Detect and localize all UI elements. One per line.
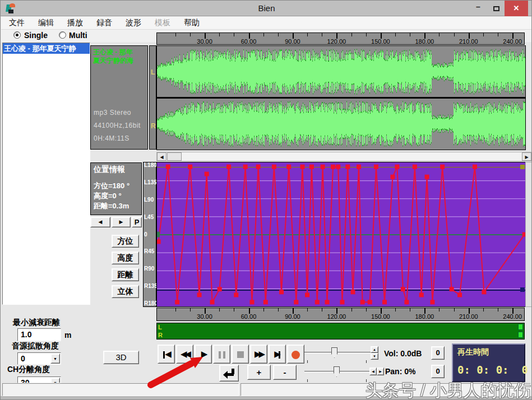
timeline-ruler-top[interactable]: 30.0060.0090.00120.00150.00180.00210.002… — [156, 32, 525, 45]
stereo-button[interactable]: 立体 — [112, 285, 139, 298]
pan-slider[interactable] — [304, 366, 371, 378]
vu-right-level — [518, 332, 523, 338]
min-atten-unit: m — [64, 331, 71, 339]
chevron-down-icon[interactable]: ▼ — [50, 354, 60, 364]
waveform-display[interactable] — [156, 45, 526, 150]
multi-radio[interactable] — [59, 31, 66, 39]
pan-slider-thumb[interactable] — [334, 366, 340, 377]
playlist[interactable]: 王心凌 - 那年夏天宁静 — [2, 43, 90, 305]
track-sample: 44100Hz,16bit — [94, 122, 141, 129]
fast-forward-icon: ▶▶ — [255, 349, 263, 359]
pan-automation-chart[interactable] — [156, 162, 526, 307]
vu-meter: L R — [156, 323, 525, 339]
scroll-right-icon[interactable]: ▶ — [522, 152, 531, 161]
single-radio[interactable] — [13, 31, 21, 39]
min-atten-label: 最小減衰距離 — [13, 318, 60, 328]
height-button[interactable]: 高度 — [112, 252, 139, 264]
status-bar-left — [2, 383, 239, 396]
record-icon — [292, 351, 300, 359]
menu-record[interactable]: 録音 — [96, 18, 112, 28]
diffusion-label: 音源拡散角度 — [12, 341, 59, 351]
playback-time-panel: 再生時間 0: 0: 0: 0 — [452, 343, 525, 382]
menu-template: 模板 — [155, 18, 170, 28]
title-bar[interactable]: Bien – ✕ — [1, 1, 532, 16]
ch-sep-select[interactable]: 30 ▼ — [17, 376, 61, 383]
zoom-out-button[interactable]: - — [273, 365, 297, 380]
track-format: mp3 Stereo — [94, 109, 131, 117]
pan-reset-button[interactable]: 0 — [431, 365, 445, 378]
skip-end-icon: ▶ — [274, 349, 279, 359]
pause-button — [213, 345, 230, 364]
record-button[interactable] — [287, 345, 304, 364]
loop-icon — [223, 368, 236, 379]
maximize-button[interactable] — [488, 1, 504, 16]
menu-bar: 文件 编辑 播放 録音 波形 模板 帮助 — [1, 17, 531, 30]
playback-time-title: 再生時間 — [457, 347, 489, 357]
track-duration: 0H:4M:11S — [94, 134, 129, 142]
pan-right-icon[interactable]: ▶ — [377, 368, 384, 375]
pan-left-icon[interactable]: ◀ — [369, 368, 377, 375]
playback-time-value: 0: 0: 0: 0 — [457, 364, 528, 376]
maximize-icon — [493, 6, 499, 11]
diffusion-select[interactable]: 0 ▼ — [17, 352, 61, 365]
distance-value: 距離=0.3m — [94, 201, 129, 211]
zoom-in-button[interactable]: + — [247, 365, 271, 380]
menu-play[interactable]: 播放 — [67, 18, 83, 28]
pan-axis-labels: L180L135 L90L45 0R45 R90R135 R180 — [143, 162, 156, 307]
menu-waveform[interactable]: 波形 — [126, 18, 141, 28]
distance-button[interactable]: 距離 — [112, 268, 139, 281]
play-button[interactable]: ▶ — [195, 345, 212, 364]
playlist-item[interactable]: 王心凌 - 那年夏天宁静 — [3, 43, 90, 54]
volume-slider-thumb[interactable] — [331, 347, 337, 358]
right-channel-label: R — [151, 122, 156, 130]
height-value: 高度=0 ° — [94, 191, 122, 201]
stop-icon — [237, 351, 244, 358]
pan-readout: Pan: 0% — [385, 367, 415, 376]
play-icon: ▶ — [201, 349, 206, 359]
threed-button[interactable]: 3D — [103, 351, 139, 364]
scroll-left-icon[interactable]: ◀ — [157, 152, 166, 161]
timeline-ruler-bottom[interactable]: 30.0060.0090.00120.00150.00180.00210.002… — [156, 308, 525, 321]
channel-strip: L R — [149, 45, 156, 150]
p-button[interactable]: P — [132, 217, 142, 227]
volume-slider[interactable] — [304, 347, 371, 359]
spinner-down-icon[interactable]: ▼ — [371, 353, 378, 360]
watermark: 头条号 / 小男人的忧伤 — [366, 379, 531, 400]
position-title: 位置情報 — [94, 165, 125, 175]
close-button[interactable]: ✕ — [505, 1, 528, 16]
min-atten-input[interactable]: 1.0 — [17, 328, 61, 341]
scrollbar-thumb[interactable] — [167, 152, 182, 161]
waveform-scrollbar[interactable]: ◀ ▶ — [156, 152, 532, 161]
azimuth-button[interactable]: 方位 — [112, 235, 139, 248]
volume-spinner[interactable]: ▲ ▼ — [371, 346, 378, 360]
pan-nudge[interactable]: ◀ ▶ — [369, 368, 384, 375]
rewind-icon: ◀◀ — [181, 349, 189, 359]
position-info-panel: 位置情報 方位=180 ° 高度=0 ° 距離=0.3m — [90, 162, 142, 215]
minimize-button[interactable]: – — [470, 1, 486, 16]
panner-vscrollbar[interactable] — [525, 162, 532, 307]
volume-reset-button[interactable]: 0 — [431, 346, 445, 360]
vu-left-label: L — [158, 324, 162, 331]
menu-help[interactable]: 帮助 — [184, 18, 200, 28]
app-window: Bien – ✕ 文件 编辑 播放 録音 波形 模板 帮助 Single Mul… — [0, 0, 532, 400]
single-label: Single — [24, 31, 48, 40]
skip-start-button[interactable]: ◀ — [158, 345, 175, 364]
menu-file[interactable]: 文件 — [9, 18, 25, 28]
ch-sep-label: CH分離角度 — [7, 365, 50, 375]
skip-start-icon: ◀ — [165, 349, 169, 359]
menu-edit[interactable]: 编辑 — [38, 18, 54, 28]
loop-button[interactable] — [219, 365, 239, 382]
next-button[interactable]: ▶ — [112, 217, 131, 227]
prev-button[interactable]: ◀ — [90, 217, 110, 227]
window-title: Bien — [1, 3, 532, 13]
fast-forward-button[interactable]: ▶▶ — [250, 345, 267, 364]
rewind-button[interactable]: ◀◀ — [176, 345, 193, 364]
pause-icon — [219, 351, 221, 359]
volume-readout: Vol: 0.0dB — [384, 349, 422, 358]
vu-left-level — [518, 324, 523, 330]
spinner-up-icon[interactable]: ▲ — [371, 346, 378, 353]
skip-end-button[interactable]: ▶ — [269, 345, 286, 364]
vu-right-label: R — [158, 332, 163, 338]
track-info-panel: 王心凌 - 那年夏天宁静的海 mp3 Stereo 44100Hz,16bit … — [90, 45, 148, 150]
chevron-down-icon[interactable]: ▼ — [50, 378, 60, 383]
